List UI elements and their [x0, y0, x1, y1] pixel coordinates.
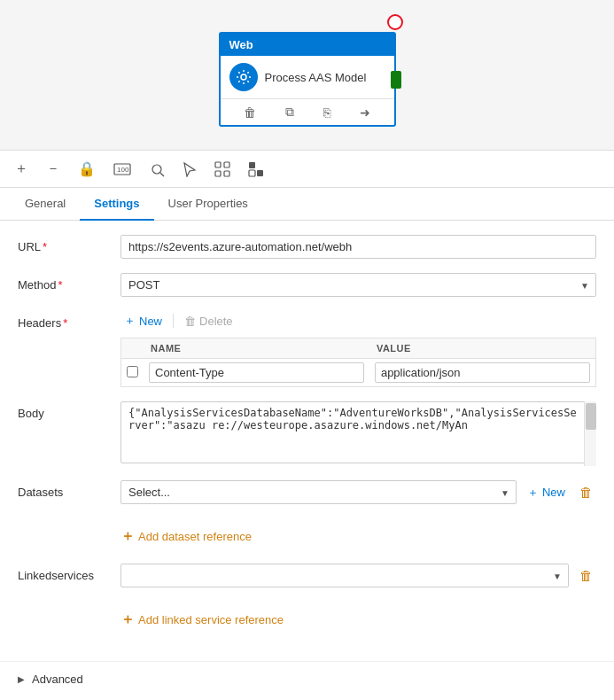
body-scrollbar-thumb	[586, 403, 596, 430]
datasets-control: Select... ▼ ＋ New 🗑	[120, 480, 596, 504]
headers-delete-trash-icon: 🗑	[184, 315, 196, 328]
add-button[interactable]: ＋	[11, 158, 32, 180]
select-button[interactable]	[179, 159, 200, 179]
svg-rect-11	[249, 170, 255, 176]
arrow-node-icon[interactable]: ➜	[360, 105, 370, 120]
datasets-new-plus-icon: ＋	[527, 485, 539, 501]
svg-rect-8	[224, 171, 229, 176]
svg-rect-10	[257, 170, 263, 176]
headers-row-checkbox-cell	[121, 359, 144, 387]
svg-rect-7	[215, 171, 221, 176]
method-select-wrapper: POST GET PUT DELETE ▼	[120, 273, 596, 297]
datasets-new-label: New	[542, 486, 565, 499]
headers-row: Headers* ＋ New 🗑 Delete NAME	[18, 311, 596, 387]
linked-services-row: Linkedservices ▼ 🗑 ＋ Add linked service …	[18, 564, 596, 633]
linked-services-delete-button[interactable]: 🗑	[576, 566, 596, 585]
tab-settings[interactable]: Settings	[80, 188, 153, 221]
node-icon	[229, 63, 258, 91]
method-select[interactable]: POST GET PUT DELETE	[120, 273, 596, 297]
datasets-label: Datasets	[18, 480, 106, 499]
url-label: URL*	[18, 235, 106, 253]
node-body: Process AAS Model	[221, 56, 394, 99]
remove-button[interactable]: －	[43, 158, 64, 180]
headers-delete-label: Delete	[199, 315, 233, 328]
add-dataset-ref-button[interactable]: ＋ Add dataset reference	[120, 524, 252, 549]
toolbar: ＋ － 🔒 100	[0, 151, 614, 188]
body-label: Body	[18, 401, 106, 420]
body-control: {"AnalysisServicesDatabaseName":"Adventu…	[120, 401, 596, 466]
svg-point-3	[152, 165, 161, 174]
advanced-label: Advanced	[32, 673, 83, 686]
add-linked-service-ref-label: Add linked service reference	[138, 613, 284, 626]
datasets-select[interactable]: Select...	[120, 480, 517, 504]
node-name-label: Process AAS Model	[265, 71, 367, 84]
linked-services-control: ▼ 🗑	[120, 564, 596, 587]
url-row: URL*	[18, 235, 596, 259]
add-linked-service-ref-button[interactable]: ＋ Add linked service reference	[120, 607, 284, 633]
headers-row-value-input[interactable]	[375, 362, 590, 383]
canvas-area: Web Process AAS Model 🗑 ⧉ ⎘ ➜	[0, 0, 614, 151]
add-dataset-ref-plus-icon: ＋	[120, 527, 135, 546]
url-control	[120, 235, 596, 259]
headers-section: ＋ New 🗑 Delete NAME VALUE	[120, 311, 596, 387]
svg-line-4	[160, 173, 164, 176]
node-footer[interactable]: 🗑 ⧉ ⎘ ➜	[221, 99, 394, 125]
layout-button[interactable]	[211, 159, 234, 179]
settings-form: URL* Method* POST GET PUT DELETE ▼ Heade…	[0, 221, 614, 661]
headers-toolbar-sep	[173, 314, 174, 328]
node-success-indicator	[391, 71, 401, 89]
headers-row-value-cell	[369, 359, 596, 387]
activity-node-wrapper: Web Process AAS Model 🗑 ⧉ ⎘ ➜	[219, 23, 396, 127]
linked-services-select-wrapper: ▼	[120, 564, 569, 587]
datasets-row: Datasets Select... ▼ ＋ New 🗑 ＋ Add datas…	[18, 480, 596, 549]
arrange-button[interactable]	[245, 159, 268, 179]
copy-node-icon[interactable]: ⧉	[285, 105, 294, 120]
headers-table-row	[121, 359, 596, 387]
node-error-indicator	[387, 14, 403, 30]
datasets-delete-button[interactable]: 🗑	[576, 483, 596, 502]
headers-row-name-input[interactable]	[149, 362, 364, 383]
svg-rect-9	[249, 162, 255, 168]
headers-name-col: NAME	[144, 338, 369, 359]
method-control: POST GET PUT DELETE ▼	[120, 273, 596, 297]
fit-button[interactable]	[145, 159, 168, 179]
method-row: Method* POST GET PUT DELETE ▼	[18, 273, 596, 297]
body-scrollbar[interactable]	[584, 401, 596, 466]
headers-label: Headers*	[18, 311, 106, 330]
method-label: Method*	[18, 273, 106, 292]
svg-text:100: 100	[117, 166, 129, 174]
activity-node[interactable]: Web Process AAS Model 🗑 ⧉ ⎘ ➜	[219, 32, 396, 127]
tab-user-properties[interactable]: User Properties	[154, 188, 262, 221]
lock-button[interactable]: 🔒	[74, 159, 99, 179]
linked-services-select[interactable]	[120, 564, 569, 587]
headers-check-col	[121, 338, 144, 359]
body-textarea[interactable]: {"AnalysisServicesDatabaseName":"Adventu…	[120, 401, 596, 463]
datasets-add-ref-wrapper: ＋ Add dataset reference	[18, 518, 596, 549]
headers-new-plus-icon: ＋	[124, 313, 136, 329]
headers-new-button[interactable]: ＋ New	[120, 311, 166, 331]
headers-row-name-cell	[144, 359, 369, 387]
headers-toolbar: ＋ New 🗑 Delete	[120, 311, 596, 331]
svg-rect-5	[215, 162, 221, 167]
node-header: Web	[221, 34, 394, 56]
headers-new-label: New	[139, 315, 162, 328]
advanced-section[interactable]: ▶ Advanced	[0, 661, 614, 696]
datasets-new-button[interactable]: ＋ New	[524, 483, 569, 502]
url-input[interactable]	[120, 235, 596, 259]
headers-table: NAME VALUE	[120, 338, 596, 387]
zoom-100-button[interactable]: 100	[110, 161, 135, 177]
linked-services-label: Linkedservices	[18, 564, 106, 582]
datasets-select-wrapper: Select... ▼	[120, 480, 517, 504]
tab-general[interactable]: General	[11, 188, 80, 221]
headers-row-checkbox[interactable]	[127, 366, 138, 377]
svg-rect-6	[224, 162, 229, 167]
node-type-label: Web	[229, 38, 253, 51]
body-row: Body {"AnalysisServicesDatabaseName":"Ad…	[18, 401, 596, 466]
add-linked-service-ref-plus-icon: ＋	[120, 611, 135, 629]
headers-delete-button[interactable]: 🗑 Delete	[181, 313, 237, 330]
delete-node-icon[interactable]: 🗑	[244, 105, 256, 120]
clone-node-icon[interactable]: ⎘	[323, 105, 330, 120]
add-dataset-ref-label: Add dataset reference	[138, 530, 252, 543]
linked-services-add-ref-wrapper: ＋ Add linked service reference	[18, 602, 596, 633]
headers-value-col: VALUE	[369, 338, 596, 359]
